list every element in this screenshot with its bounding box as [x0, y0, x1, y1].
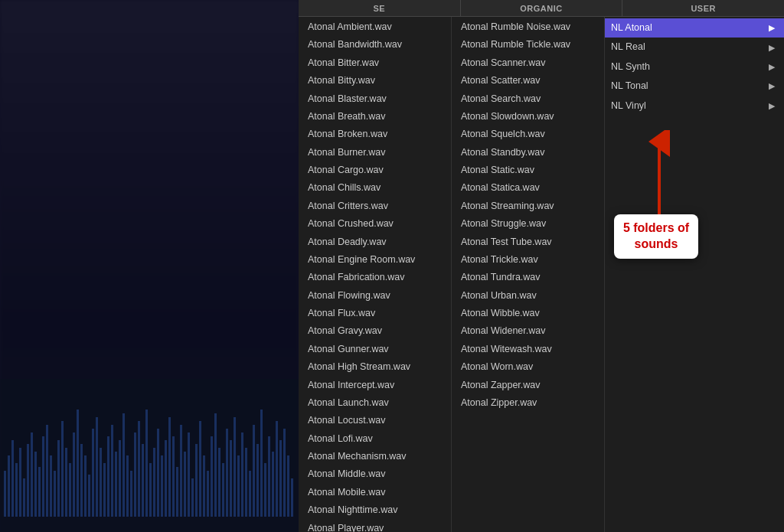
se-list-item[interactable]: Atonal High Stream.wav — [299, 358, 451, 376]
se-list-item[interactable]: Atonal Blaster.wav — [299, 90, 451, 108]
svg-rect-30 — [115, 452, 117, 517]
svg-rect-67 — [256, 444, 259, 517]
se-list-item[interactable]: Atonal Crushed.wav — [299, 215, 451, 233]
main-content: SE ORGANIC USER Atonal Ambient.wavAtonal… — [299, 0, 784, 532]
organic-list-item[interactable]: Atonal Worn.wav — [452, 358, 604, 376]
svg-rect-36 — [138, 421, 140, 517]
svg-rect-19 — [73, 432, 75, 517]
user-menu-label: NL Synth — [611, 60, 650, 74]
submenu-arrow-icon: ▶ — [769, 41, 775, 54]
header-row: SE ORGANIC USER — [299, 0, 784, 17]
se-list-item[interactable]: Atonal Broken.wav — [299, 126, 451, 143]
se-list-item[interactable]: Atonal Mechanism.wav — [299, 448, 451, 465]
svg-rect-17 — [65, 448, 67, 517]
header-user: USER — [622, 0, 784, 16]
organic-list-item[interactable]: Atonal Struggle.wav — [452, 215, 604, 233]
organic-list-item[interactable]: Atonal Witewash.wav — [452, 341, 604, 358]
svg-rect-9 — [34, 452, 37, 517]
organic-list-item[interactable]: Atonal Tundra.wav — [452, 269, 604, 286]
organic-list-item[interactable]: Atonal Search.wav — [452, 90, 604, 108]
svg-rect-10 — [38, 467, 41, 517]
organic-list-item[interactable]: Atonal Zipper.wav — [452, 394, 604, 412]
user-menu-item[interactable]: NL Synth▶ — [605, 57, 784, 77]
svg-rect-14 — [54, 471, 56, 517]
svg-rect-13 — [50, 455, 52, 517]
user-menu-item[interactable]: NL Vinyl▶ — [605, 96, 784, 116]
se-list-item[interactable]: Atonal Cargo.wav — [299, 162, 451, 179]
svg-rect-18 — [69, 463, 71, 517]
svg-rect-53 — [203, 455, 205, 517]
se-list-item[interactable]: Atonal Intercept.wav — [299, 377, 451, 394]
organic-list-item[interactable]: Atonal Static.wav — [452, 162, 604, 179]
se-list-item[interactable]: Atonal Gravy.wav — [299, 322, 451, 340]
se-list-item[interactable]: Atonal Mobile.wav — [299, 484, 451, 501]
svg-rect-64 — [245, 448, 247, 517]
user-menu-item[interactable]: NL Atonal▶ — [605, 18, 784, 38]
svg-rect-46 — [176, 467, 178, 517]
submenu-arrow-icon: ▶ — [769, 100, 775, 113]
organic-list-item[interactable]: Atonal Trickle.wav — [452, 251, 604, 269]
svg-rect-4 — [15, 463, 18, 517]
svg-rect-71 — [272, 452, 274, 517]
organic-list-item[interactable]: Atonal Slowdown.wav — [452, 108, 604, 126]
organic-list-item[interactable]: Atonal Standby.wav — [452, 144, 604, 162]
se-list-item[interactable]: Atonal Flux.wav — [299, 305, 451, 322]
col-user: NL Atonal▶NL Real▶NL Synth▶NL Tonal▶NL V… — [605, 17, 784, 532]
svg-rect-7 — [27, 444, 29, 517]
organic-list-item[interactable]: Atonal Squelch.wav — [452, 126, 604, 143]
se-list-item[interactable]: Atonal Chills.wav — [299, 179, 451, 197]
se-list-item[interactable]: Atonal Deadly.wav — [299, 233, 451, 251]
organic-list-item[interactable]: Atonal Test Tube.wav — [452, 233, 604, 251]
user-menu-item[interactable]: NL Real▶ — [605, 38, 784, 57]
se-list-item[interactable]: Atonal Bitty.wav — [299, 72, 451, 90]
organic-list-item[interactable]: Atonal Rumble Tickle.wav — [452, 36, 604, 54]
callout-text: 5 folders of sounds — [623, 221, 689, 250]
svg-rect-43 — [165, 440, 167, 517]
svg-rect-16 — [61, 421, 64, 517]
se-list-item[interactable]: Atonal Middle.wav — [299, 465, 451, 483]
svg-rect-68 — [260, 410, 263, 517]
organic-list-item[interactable]: Atonal Urban.wav — [452, 287, 604, 305]
se-list-item[interactable]: Atonal Flowing.wav — [299, 287, 451, 305]
svg-rect-70 — [268, 436, 270, 517]
se-list-item[interactable]: Atonal Gunner.wav — [299, 341, 451, 358]
se-list-item[interactable]: Atonal Ambient.wav — [299, 18, 451, 36]
col-se[interactable]: Atonal Ambient.wavAtonal Bandwidth.wavAt… — [299, 17, 452, 532]
col-organic[interactable]: Atonal Rumble Noise.wavAtonal Rumble Tic… — [452, 17, 605, 532]
se-list-item[interactable]: Atonal Critters.wav — [299, 197, 451, 215]
svg-rect-59 — [226, 429, 228, 517]
user-menu-label: NL Vinyl — [611, 99, 646, 113]
svg-rect-74 — [283, 429, 286, 517]
svg-rect-66 — [253, 425, 255, 517]
se-list-item[interactable]: Atonal Locust.wav — [299, 412, 451, 429]
organic-list-item[interactable]: Atonal Statica.wav — [452, 179, 604, 197]
svg-rect-31 — [119, 440, 121, 517]
svg-rect-26 — [100, 448, 102, 517]
svg-rect-49 — [188, 432, 190, 517]
organic-list-item[interactable]: Atonal Rumble Noise.wav — [452, 18, 604, 36]
se-list-item[interactable]: Atonal Fabrication.wav — [299, 269, 451, 286]
organic-list-item[interactable]: Atonal Zapper.wav — [452, 377, 604, 394]
organic-list-item[interactable]: Atonal Scatter.wav — [452, 72, 604, 90]
se-list-item[interactable]: Atonal Lofi.wav — [299, 430, 451, 448]
svg-rect-57 — [218, 448, 220, 517]
se-list-item[interactable]: Atonal Launch.wav — [299, 394, 451, 412]
se-list-item[interactable]: Atonal Burner.wav — [299, 144, 451, 162]
se-list-item[interactable]: Atonal Engine Room.wav — [299, 251, 451, 269]
se-list-item[interactable]: Atonal Bandwidth.wav — [299, 36, 451, 54]
organic-list-item[interactable]: Atonal Streaming.wav — [452, 197, 604, 215]
se-list-item[interactable]: Atonal Nighttime.wav — [299, 501, 451, 519]
se-list-item[interactable]: Atonal Player.wav — [299, 520, 451, 533]
svg-rect-52 — [199, 421, 201, 517]
organic-list-item[interactable]: Atonal Scanner.wav — [452, 54, 604, 72]
svg-rect-48 — [184, 452, 186, 517]
user-menu-item[interactable]: NL Tonal▶ — [605, 77, 784, 96]
organic-list-item[interactable]: Atonal Widener.wav — [452, 322, 604, 340]
svg-rect-73 — [279, 440, 282, 517]
svg-rect-63 — [241, 432, 243, 517]
header-se: SE — [299, 0, 461, 16]
svg-rect-21 — [80, 444, 83, 517]
se-list-item[interactable]: Atonal Bitter.wav — [299, 54, 451, 72]
se-list-item[interactable]: Atonal Breath.wav — [299, 108, 451, 126]
organic-list-item[interactable]: Atonal Wibble.wav — [452, 305, 604, 322]
